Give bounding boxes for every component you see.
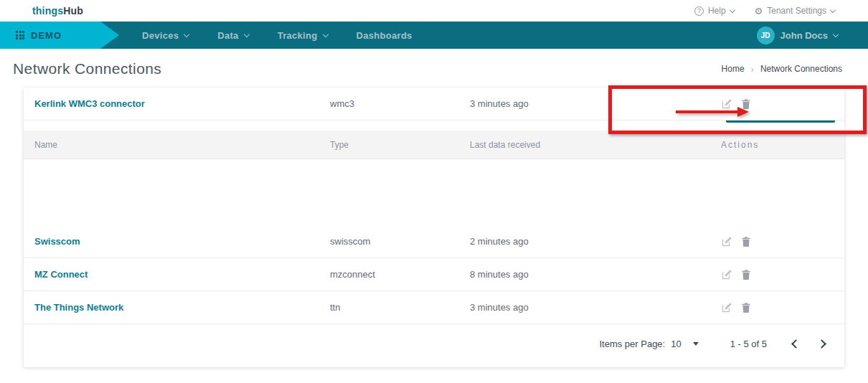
previous-page-button[interactable] <box>788 337 801 350</box>
tenant-arrow-decoration <box>100 22 119 49</box>
table-row: The Things Network ttn 3 minutes ago <box>24 291 844 324</box>
edit-icon[interactable] <box>721 98 732 110</box>
items-per-page-select[interactable]: 10 <box>671 339 698 349</box>
chevron-down-icon <box>184 31 189 37</box>
next-page-button[interactable] <box>816 337 829 350</box>
column-header-type: Type <box>330 140 470 150</box>
connection-last-data: 8 minutes ago <box>470 269 721 280</box>
user-name: John Docs <box>780 30 828 41</box>
grid-icon <box>16 31 24 39</box>
table-row: Kerlink WMC3 connector wmc3 3 minutes ag… <box>24 88 844 120</box>
gear-icon: ⚙ <box>755 6 763 16</box>
delete-icon[interactable] <box>740 98 752 110</box>
connection-type: ttn <box>330 302 470 313</box>
user-menu[interactable]: JD John Docs <box>757 27 838 44</box>
nav-item-label: Devices <box>142 30 179 41</box>
row-actions <box>721 302 844 313</box>
delete-icon[interactable] <box>740 236 752 247</box>
tenant-switcher[interactable]: DEMO <box>0 22 100 49</box>
help-label: Help <box>708 6 726 16</box>
topbar-links: Help ⚙ Tenant Settings <box>694 6 835 16</box>
pagination-range: 1 - 5 of 5 <box>730 339 767 349</box>
tenant-settings-label: Tenant Settings <box>767 6 826 16</box>
chevron-down-icon <box>322 31 328 37</box>
nav-items: Devices Data Tracking Dashboards <box>142 30 412 41</box>
connection-last-data: 2 minutes ago <box>470 236 721 247</box>
table-row: MZ Connect mzconnect 8 minutes ago <box>24 258 844 291</box>
edit-icon[interactable] <box>721 302 732 313</box>
network-connections-card: Connect IoT Network Name Type Last data … <box>24 88 844 367</box>
tenant-settings-menu[interactable]: ⚙ Tenant Settings <box>755 6 835 16</box>
column-header-last-data: Last data received <box>470 140 721 150</box>
pagination-controls <box>788 337 829 350</box>
pagination: Items per Page: 10 1 - 5 of 5 <box>599 337 829 350</box>
connection-last-data: 3 minutes ago <box>470 98 721 109</box>
breadcrumb-separator-icon <box>751 64 754 75</box>
tenant-label: DEMO <box>31 30 62 41</box>
nav-item-label: Dashboards <box>357 30 412 41</box>
delete-icon[interactable] <box>740 269 752 280</box>
connection-type: mzconnect <box>330 269 470 280</box>
connection-type: swisscom <box>330 236 470 247</box>
app-logo[interactable]: thingsHub <box>32 5 83 16</box>
column-header-name: Name <box>34 140 330 150</box>
edit-icon[interactable] <box>721 236 732 247</box>
breadcrumb-home[interactable]: Home <box>722 64 745 74</box>
row-actions <box>721 98 844 110</box>
logo-part-hub: Hub <box>63 5 83 16</box>
logo-part-things: things <box>32 5 63 16</box>
chevron-down-icon <box>243 31 249 37</box>
connection-name-link[interactable]: Kerlink WMC3 connector <box>34 98 330 109</box>
column-header-actions: Actions <box>721 140 844 150</box>
edit-icon[interactable] <box>721 269 732 280</box>
breadcrumb-current: Network Connections <box>760 64 842 74</box>
connection-name-link[interactable]: The Things Network <box>34 302 330 313</box>
avatar: JD <box>757 27 775 44</box>
nav-item-label: Data <box>217 30 238 41</box>
help-icon <box>694 6 704 16</box>
topbar: thingsHub Help ⚙ Tenant Settings <box>0 0 868 22</box>
connection-last-data: 3 minutes ago <box>470 302 721 313</box>
items-per-page-value: 10 <box>671 339 681 349</box>
row-actions <box>721 236 844 247</box>
connection-type: wmc3 <box>330 98 470 109</box>
nav-item-tracking[interactable]: Tracking <box>278 30 328 41</box>
main-navbar: DEMO Devices Data Tracking Dashboards JD… <box>0 22 868 49</box>
nav-item-dashboards[interactable]: Dashboards <box>357 30 412 41</box>
table-header-row: Name Type Last data received Actions <box>24 131 844 159</box>
dropdown-arrow-icon <box>693 342 699 346</box>
nav-item-devices[interactable]: Devices <box>142 30 189 41</box>
chevron-down-icon <box>729 6 735 12</box>
chevron-down-icon <box>830 6 836 12</box>
nav-item-data[interactable]: Data <box>217 30 248 41</box>
items-per-page-label: Items per Page: <box>599 339 665 349</box>
table-row: Swisscom swisscom 2 minutes ago <box>24 225 844 258</box>
chevron-down-icon <box>833 31 839 37</box>
delete-icon[interactable] <box>740 302 752 313</box>
connection-name-link[interactable]: MZ Connect <box>34 269 330 280</box>
help-menu[interactable]: Help <box>694 6 735 16</box>
row-actions <box>721 269 844 280</box>
page-header: Network Connections Home Network Connect… <box>0 60 868 77</box>
page-title: Network Connections <box>13 60 161 77</box>
nav-item-label: Tracking <box>278 30 318 41</box>
connection-name-link[interactable]: Swisscom <box>34 236 330 247</box>
breadcrumb: Home Network Connections <box>722 64 842 75</box>
